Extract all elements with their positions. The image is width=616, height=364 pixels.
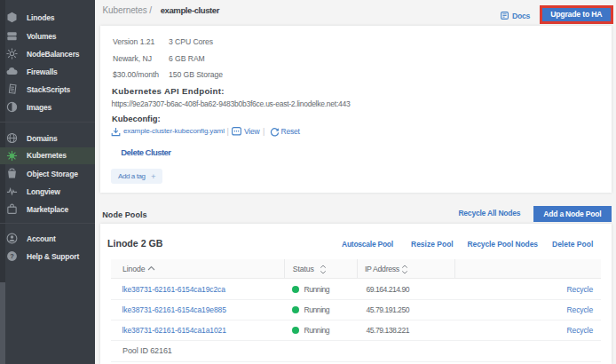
svg-text:?: ? [10, 252, 14, 260]
